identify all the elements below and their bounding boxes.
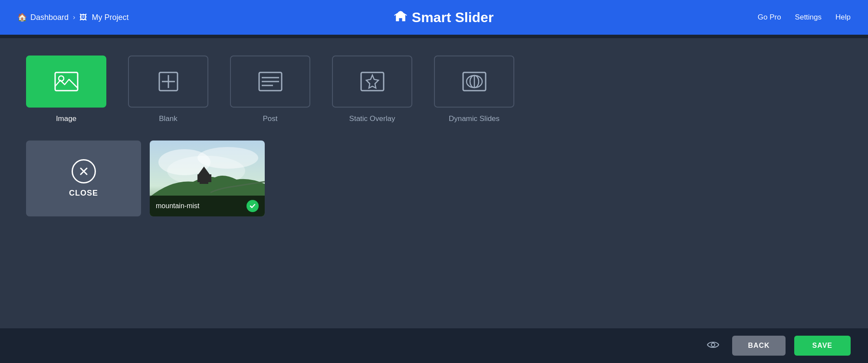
- type-icon-blank: [128, 56, 208, 108]
- type-label-blank: Blank: [159, 114, 178, 123]
- breadcrumb-dashboard-label[interactable]: Dashboard: [30, 13, 69, 22]
- logo-text: Smart Slider: [412, 10, 494, 26]
- save-button[interactable]: SAVE: [794, 336, 851, 356]
- type-icon-image: [26, 56, 106, 108]
- gopro-link[interactable]: Go Pro: [758, 13, 781, 22]
- type-item-post[interactable]: Post: [230, 56, 310, 123]
- svg-rect-24: [206, 174, 211, 182]
- slide-type-selector: Image Blank Pos: [26, 56, 842, 123]
- type-icon-post: [230, 56, 310, 108]
- header: 🏠 Dashboard › 🖼 My Project Smart Slider …: [0, 0, 868, 35]
- type-label-static-overlay: Static Overlay: [349, 114, 395, 123]
- checkmark-icon: [249, 203, 256, 209]
- svg-point-26: [711, 343, 715, 347]
- project-icon: 🖼: [79, 13, 87, 22]
- close-label: CLOSE: [69, 189, 98, 198]
- type-icon-static-overlay: [332, 56, 412, 108]
- logo: Smart Slider: [393, 10, 494, 26]
- blank-type-icon: [158, 71, 179, 92]
- svg-rect-25: [197, 174, 203, 182]
- breadcrumb-dashboard-link[interactable]: 🏠 Dashboard: [17, 13, 69, 22]
- eye-svg: [707, 340, 719, 349]
- type-icon-dynamic-slides: [434, 56, 514, 108]
- type-label-dynamic-slides: Dynamic Slides: [449, 114, 500, 123]
- home-icon: 🏠: [17, 13, 27, 22]
- close-icon-circle: [72, 159, 96, 183]
- breadcrumb-project-label[interactable]: My Project: [92, 13, 128, 22]
- type-item-blank[interactable]: Blank: [128, 56, 208, 123]
- separator: [0, 35, 868, 38]
- slide-caption: mountain-mist: [150, 196, 265, 216]
- main-content: Image Blank Pos: [0, 38, 868, 328]
- svg-rect-23: [203, 169, 205, 173]
- type-item-dynamic-slides[interactable]: Dynamic Slides: [434, 56, 514, 123]
- close-slide-card[interactable]: CLOSE: [26, 141, 141, 216]
- footer: BACK SAVE: [0, 328, 868, 363]
- slide-name-label: mountain-mist: [156, 202, 199, 210]
- breadcrumb-chevron: ›: [73, 13, 75, 21]
- logo-icon: [393, 10, 408, 25]
- slides-row: CLOSE: [26, 141, 842, 216]
- settings-link[interactable]: Settings: [795, 13, 822, 22]
- header-nav: Go Pro Settings Help: [758, 13, 851, 22]
- back-button[interactable]: BACK: [732, 336, 785, 356]
- type-label-image: Image: [56, 114, 76, 123]
- slide-check-badge: [247, 200, 259, 212]
- static-overlay-type-icon: [359, 71, 385, 92]
- logo-area: Smart Slider: [128, 10, 757, 26]
- dynamic-slides-type-icon: [461, 71, 487, 92]
- type-label-post: Post: [263, 114, 277, 123]
- help-link[interactable]: Help: [835, 13, 851, 22]
- svg-point-2: [59, 76, 64, 81]
- image-type-icon: [53, 71, 79, 92]
- preview-eye-icon[interactable]: [707, 340, 719, 352]
- breadcrumb: 🏠 Dashboard › 🖼 My Project: [17, 13, 128, 22]
- close-x-icon: [78, 165, 90, 177]
- post-type-icon: [257, 71, 283, 92]
- type-item-static-overlay[interactable]: Static Overlay: [332, 56, 412, 123]
- mountain-mist-slide-card[interactable]: mountain-mist: [150, 141, 265, 216]
- type-item-image[interactable]: Image: [26, 56, 106, 123]
